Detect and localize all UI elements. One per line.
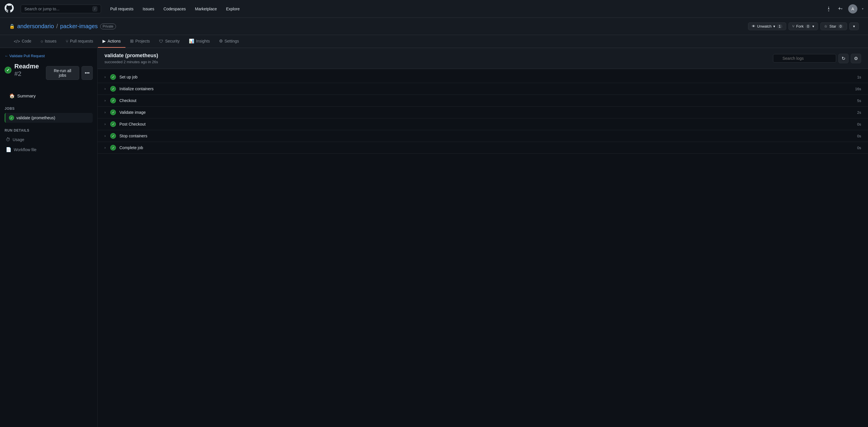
search-slash-hint: / (92, 6, 97, 11)
summary-section: 🏠 Summary (5, 86, 93, 102)
top-nav-issues[interactable]: Issues (141, 5, 156, 12)
fork-button[interactable]: ⑂ Fork 0 ▾ (788, 22, 818, 30)
table-row[interactable]: › ✓ Initialize containers 16s (98, 83, 868, 95)
step-duration: 2s (857, 110, 861, 115)
repo-owner-link[interactable]: andersondario (17, 23, 54, 30)
job-item-label: validate (prometheus) (17, 115, 55, 120)
step-duration: 0s (857, 146, 861, 150)
step-duration: 1s (857, 75, 861, 79)
ellipsis-icon: ••• (85, 70, 90, 76)
watch-button[interactable]: 👁 Unwatch ▾ 1 (748, 22, 786, 30)
eye-icon: 👁 (752, 24, 755, 28)
step-name: Initialize containers (119, 86, 855, 91)
star-options-button[interactable]: ▾ (849, 22, 859, 30)
chevron-right-icon: › (104, 122, 108, 126)
step-duration: 0s (857, 134, 861, 138)
private-badge: Private (100, 24, 116, 29)
table-row[interactable]: › ✓ Post Checkout 0s (98, 118, 868, 130)
tab-security[interactable]: 🛡 Security (154, 35, 184, 48)
job-title-area: validate (prometheus) succeeded 2 minute… (104, 53, 158, 64)
github-logo[interactable] (5, 3, 14, 15)
step-duration: 0s (857, 122, 861, 126)
fork-label: Fork (796, 24, 804, 28)
step-success-icon: ✓ (110, 86, 116, 92)
security-icon: 🛡 (159, 39, 163, 44)
repo-header: 🔒 andersondario / packer-images Private … (0, 18, 868, 35)
job-item-validate-prometheus[interactable]: ✓ validate (prometheus) (5, 113, 93, 123)
file-icon: 📄 (6, 147, 11, 152)
plus-icon: + (838, 6, 841, 12)
lock-icon: 🔒 (9, 24, 15, 29)
repo-actions: 👁 Unwatch ▾ 1 ⑂ Fork 0 ▾ ☆ Star 0 ▾ (748, 22, 859, 30)
star-button[interactable]: ☆ Star 0 (820, 22, 847, 30)
watch-chevron-icon: ▾ (773, 24, 775, 28)
tab-code[interactable]: </> Code (9, 35, 36, 48)
top-nav-codespaces[interactable]: Codespaces (161, 5, 188, 12)
chevron-down-icon: ▾ (841, 7, 842, 10)
more-options-button[interactable]: ••• (82, 66, 93, 80)
top-nav-pull-requests[interactable]: Pull requests (108, 5, 136, 12)
chevron-right-icon: › (104, 146, 108, 150)
steps-list: › ✓ Set up job 1s › ✓ Initialize contain… (98, 69, 868, 156)
job-header: validate (prometheus) succeeded 2 minute… (98, 48, 868, 69)
top-nav-marketplace[interactable]: Marketplace (193, 5, 219, 12)
table-row[interactable]: › ✓ Checkout 5s (98, 95, 868, 107)
code-icon: </> (14, 39, 20, 44)
sidebar: ← Validate Pull Request ✓ Readme #2 Re-r… (0, 48, 98, 427)
step-success-icon: ✓ (110, 145, 116, 150)
plus-button[interactable]: + ▾ (837, 5, 844, 13)
star-label: Star (829, 24, 836, 28)
top-nav-explore[interactable]: Explore (224, 5, 242, 12)
table-row[interactable]: › ✓ Complete job 0s (98, 142, 868, 154)
top-nav-right: + ▾ A ▾ (825, 4, 863, 13)
top-nav: Search or jump to... / Pull requests Iss… (0, 0, 868, 18)
step-name: Post Checkout (119, 122, 857, 126)
search-logs-input[interactable] (773, 54, 836, 63)
repo-name-link[interactable]: packer-images (60, 23, 98, 30)
settings-cog-button[interactable]: ⚙ (851, 54, 861, 63)
step-name: Checkout (119, 98, 857, 103)
search-box[interactable]: Search or jump to... / (21, 5, 101, 13)
tab-settings[interactable]: ⚙ Settings (214, 35, 244, 48)
table-row[interactable]: › ✓ Stop containers 0s (98, 130, 868, 142)
step-name: Complete job (119, 145, 857, 150)
workflow-title-text: Readme (14, 63, 39, 70)
tab-insights[interactable]: 📊 Insights (184, 35, 214, 48)
jobs-section-label: Jobs (5, 107, 93, 111)
tab-pull-requests[interactable]: ⑂ Pull requests (61, 35, 98, 48)
watch-label: Unwatch (757, 24, 772, 28)
avatar-chevron-icon: ▾ (862, 7, 863, 10)
job-header-actions: 🔍 ↻ ⚙ (773, 54, 861, 63)
chevron-right-icon: › (104, 75, 108, 79)
fork-icon: ⑂ (792, 24, 795, 28)
refresh-logs-button[interactable]: ↻ (838, 54, 848, 63)
main-container: ← Validate Pull Request ✓ Readme #2 Re-r… (0, 48, 868, 427)
workflow-success-icon: ✓ (5, 67, 11, 74)
top-nav-links: Pull requests Issues Codespaces Marketpl… (108, 5, 242, 12)
summary-link[interactable]: 🏠 Summary (9, 91, 88, 102)
home-icon: 🏠 (9, 93, 15, 98)
gear-icon: ⚙ (854, 56, 858, 61)
repo-nav: </> Code ○ Issues ⑂ Pull requests ▶ Acti… (0, 35, 868, 48)
main-content: validate (prometheus) succeeded 2 minute… (98, 48, 868, 427)
tab-issues[interactable]: ○ Issues (36, 35, 61, 48)
table-row[interactable]: › ✓ Set up job 1s (98, 71, 868, 83)
pull-request-icon: ⑂ (66, 39, 68, 44)
tab-actions[interactable]: ▶ Actions (98, 35, 125, 48)
job-title: validate (prometheus) (104, 53, 158, 59)
notifications-button[interactable] (825, 5, 832, 12)
tab-projects[interactable]: ⊞ Projects (125, 35, 155, 48)
avatar[interactable]: A (848, 4, 857, 13)
usage-link[interactable]: ⏱ Usage (5, 135, 93, 145)
step-duration: 16s (855, 87, 861, 91)
workflow-run-title: ✓ Readme #2 (5, 63, 46, 78)
step-duration: 5s (857, 98, 861, 103)
projects-icon: ⊞ (130, 38, 134, 44)
back-link[interactable]: ← Validate Pull Request (5, 54, 93, 58)
table-row[interactable]: › ✓ Validate image 2s (98, 107, 868, 118)
step-success-icon: ✓ (110, 110, 116, 115)
workflow-file-link[interactable]: 📄 Workflow file (5, 145, 93, 154)
rerun-all-jobs-button[interactable]: Re-run all jobs (46, 66, 80, 80)
refresh-icon: ↻ (842, 56, 845, 61)
job-status: succeeded 2 minutes ago in 26s (104, 60, 158, 64)
